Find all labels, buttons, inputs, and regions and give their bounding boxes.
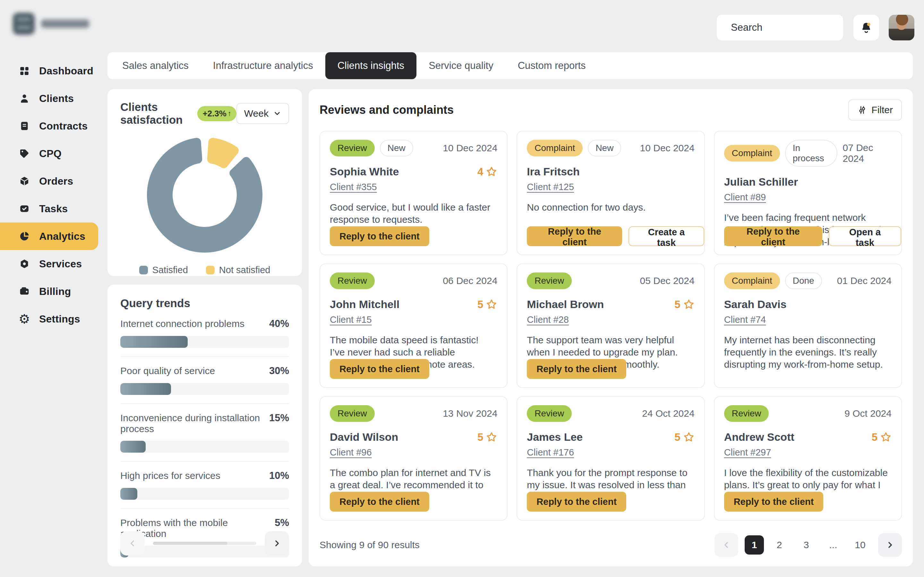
reply-button[interactable]: Reply to the client [330,492,429,512]
review-card: Review New 10 Dec 2024 Sophia White 4 Cl… [320,131,507,255]
card-actions: Reply to the client [527,492,626,512]
clients-satisfaction-card: Clients satisfaction +2.3%↑ Week Satisfi… [107,89,302,276]
period-selector[interactable]: Week [236,103,289,124]
tab-sales-analytics[interactable]: Sales analytics [110,52,201,79]
orders-icon [19,175,30,187]
legend-item: Not satisfied [206,265,270,276]
card-type-badge: Review [330,272,375,289]
contracts-icon [19,120,30,132]
legend-swatch [206,266,215,274]
card-type-badge: Review [330,140,375,156]
pagination-prev-button[interactable] [714,533,738,557]
card-type-badge: Complaint [527,140,583,156]
trend-bar [120,383,171,395]
pagination-next-button[interactable] [878,533,902,557]
legend-item: Satisfied [139,265,188,276]
services-icon [19,258,30,269]
reply-button[interactable]: Reply to the client [527,359,626,379]
reply-button[interactable]: Reply to the client [330,226,429,246]
card-status-badge: New [588,140,621,156]
card-actions: Reply to the client [527,359,626,379]
client-id-link[interactable]: Client #96 [330,447,372,458]
client-name: Julian Schiller [724,176,798,188]
card-actions: Reply to the client [724,492,824,512]
rating: 5 [477,298,497,311]
carousel-scrollbar-thumb[interactable] [153,542,228,545]
card-status-badge: In process [785,140,838,167]
reply-button[interactable]: Reply to the client [724,226,822,246]
card-date: 9 Oct 2024 [845,408,892,419]
task-button[interactable]: Open a task [829,226,901,246]
arrow-up-icon: ↑ [228,109,231,118]
reply-button[interactable]: Reply to the client [724,492,824,512]
client-id-link[interactable]: Client #89 [724,192,766,203]
sidebar-item-billing[interactable]: Billing [0,277,107,305]
card-type-badge: Review [527,405,572,422]
carousel-scrollbar-track[interactable] [153,542,256,545]
rating: 5 [872,431,892,443]
star-icon [486,299,497,310]
pagination-page-2[interactable]: 2 [770,535,789,554]
analytics-tabbar: Sales analytics Infrastructure analytics… [107,52,913,79]
app-logo-blurred [13,13,89,35]
dashboard-icon [19,65,30,77]
billing-icon [19,285,30,297]
filter-button[interactable]: Filter [848,99,902,121]
card-date: 05 Dec 2024 [640,276,695,286]
carousel-prev-button[interactable] [120,531,145,556]
trend-row: High prices for services 10% [120,462,289,509]
review-card: Complaint Done 01 Dec 2024 Sarah Davis C… [714,263,902,388]
card-actions: Reply to the client [330,359,429,379]
client-name: Ira Fritsch [527,165,580,178]
carousel-next-button[interactable] [265,531,289,556]
star-icon [683,432,695,443]
card-actions: Reply to the clientOpen a task [724,226,901,246]
tab-clients-insights[interactable]: Clients insights [325,52,417,79]
sidebar-item-orders[interactable]: Orders [0,167,107,195]
sidebar-item-contracts[interactable]: Contracts [0,112,107,140]
client-id-link[interactable]: Client #297 [724,447,771,458]
search-input[interactable] [731,22,859,33]
tab-infrastructure-analytics[interactable]: Infrastructure analytics [201,52,325,79]
client-id-link[interactable]: Client #28 [527,314,569,325]
sidebar-item-analytics[interactable]: Analytics [0,222,98,250]
client-name: James Lee [527,431,583,443]
user-avatar[interactable] [889,15,914,40]
tab-custom-reports[interactable]: Custom reports [506,52,598,79]
task-button[interactable]: Create a task [628,226,704,246]
sidebar-item-tasks[interactable]: Tasks [0,195,107,222]
review-text: No connection for two days. [527,201,694,213]
chevron-down-icon [273,109,281,118]
pagination-page-3[interactable]: 3 [796,535,816,554]
sidebar-item-services[interactable]: Services [0,250,107,277]
rating: 4 [477,166,497,178]
client-id-link[interactable]: Client #125 [527,182,574,192]
reply-button[interactable]: Reply to the client [527,492,626,512]
pagination: 123...10 [714,533,902,557]
client-id-link[interactable]: Client #15 [330,314,372,325]
review-card: Review 05 Dec 2024 Michael Brown 5 Clien… [517,263,704,388]
reply-button[interactable]: Reply to the client [527,226,622,246]
search-bar [717,15,843,40]
card-type-badge: Complaint [724,272,780,289]
card-date: 06 Dec 2024 [443,276,497,286]
analytics-icon [19,230,30,242]
sidebar-item-cpq[interactable]: CPQ [0,140,107,167]
star-icon [486,166,497,177]
sidebar-item-dashboard[interactable]: Dashboard [0,57,107,85]
reviews-panel: Reviews and complaints Filter Review New… [309,89,913,566]
reply-button[interactable]: Reply to the client [330,359,429,379]
reviews-title: Reviews and complaints [320,103,454,117]
client-id-link[interactable]: Client #355 [330,182,377,192]
notifications-button[interactable] [853,15,879,40]
client-id-link[interactable]: Client #74 [724,314,766,325]
tab-service-quality[interactable]: Service quality [417,52,506,79]
sidebar-item-clients[interactable]: Clients [0,85,107,112]
card-actions: Reply to the clientCreate a task [527,226,704,246]
sidebar-nav: Dashboard Clients Contracts CPQ Orders T… [0,57,107,333]
pagination-page-10[interactable]: 10 [851,535,870,554]
sidebar-item-settings[interactable]: ⚙ Settings [0,305,107,333]
client-id-link[interactable]: Client #176 [527,447,574,458]
trend-bar [120,441,145,453]
pagination-page-1[interactable]: 1 [745,535,764,554]
